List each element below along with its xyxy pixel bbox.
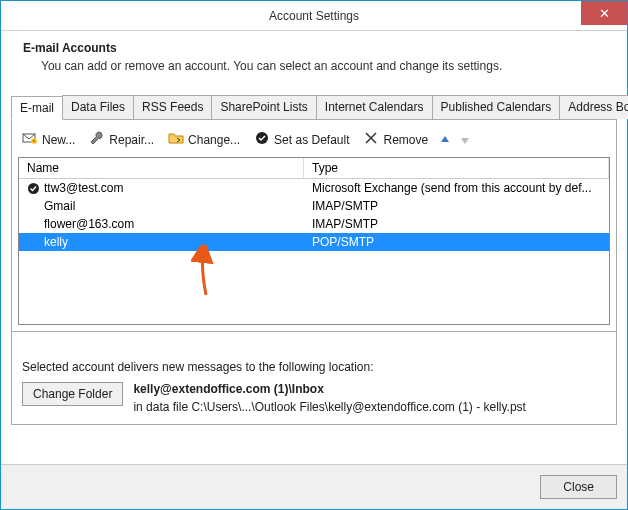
change-folder-button[interactable]: Change Folder bbox=[22, 382, 123, 406]
tab-email[interactable]: E-mail bbox=[11, 96, 63, 120]
delete-x-icon bbox=[363, 130, 379, 149]
tabstrip: E-mail Data Files RSS Feeds SharePoint L… bbox=[11, 95, 617, 120]
list-panel: Name Type ttw3@test.com Microsoft Exchan… bbox=[11, 157, 617, 332]
new-label: New... bbox=[42, 133, 75, 147]
tab-published-calendars[interactable]: Published Calendars bbox=[432, 95, 561, 119]
account-row[interactable]: flower@163.com IMAP/SMTP bbox=[19, 215, 609, 233]
default-check-icon bbox=[27, 182, 40, 195]
change-button[interactable]: Change... bbox=[164, 128, 244, 151]
account-name: kelly bbox=[44, 235, 68, 249]
account-row[interactable]: Gmail IMAP/SMTP bbox=[19, 197, 609, 215]
delivery-info: kelly@extendoffice.com (1)\Inbox in data… bbox=[133, 382, 526, 414]
account-settings-window: Account Settings ✕ E-mail Accounts You c… bbox=[0, 0, 628, 510]
delivery-location: kelly@extendoffice.com (1)\Inbox bbox=[133, 382, 526, 396]
account-name: ttw3@test.com bbox=[44, 181, 124, 195]
set-default-button[interactable]: Set as Default bbox=[250, 128, 353, 151]
close-dialog-button[interactable]: Close bbox=[540, 475, 617, 499]
account-name: Gmail bbox=[44, 199, 75, 213]
tab-internet-calendars[interactable]: Internet Calendars bbox=[316, 95, 433, 119]
column-headers: Name Type bbox=[19, 158, 609, 179]
tab-sharepoint-lists[interactable]: SharePoint Lists bbox=[211, 95, 316, 119]
account-type: IMAP/SMTP bbox=[304, 199, 609, 213]
account-type: IMAP/SMTP bbox=[304, 217, 609, 231]
check-circle-icon bbox=[254, 130, 270, 149]
move-down-button[interactable] bbox=[458, 133, 472, 147]
account-row[interactable]: kelly POP/SMTP bbox=[19, 233, 609, 251]
close-icon: ✕ bbox=[599, 7, 610, 20]
delivery-intro: Selected account delivers new messages t… bbox=[22, 360, 606, 374]
col-type[interactable]: Type bbox=[304, 158, 609, 178]
window-title: Account Settings bbox=[1, 9, 627, 23]
header: E-mail Accounts You can add or remove an… bbox=[1, 31, 627, 87]
change-label: Change... bbox=[188, 133, 240, 147]
delivery-path: in data file C:\Users\...\Outlook Files\… bbox=[133, 400, 526, 414]
repair-button[interactable]: Repair... bbox=[85, 128, 158, 151]
account-name: flower@163.com bbox=[44, 217, 134, 231]
new-button[interactable]: New... bbox=[18, 128, 79, 151]
accounts-list: Name Type ttw3@test.com Microsoft Exchan… bbox=[18, 157, 610, 325]
toolbar: New... Repair... Change... Set as Defaul… bbox=[11, 120, 617, 157]
col-name[interactable]: Name bbox=[19, 158, 304, 178]
delivery-section: Selected account delivers new messages t… bbox=[11, 332, 617, 425]
remove-label: Remove bbox=[383, 133, 428, 147]
tab-address-books[interactable]: Address Books bbox=[559, 95, 628, 119]
header-subtitle: You can add or remove an account. You ca… bbox=[41, 59, 605, 73]
close-button[interactable]: ✕ bbox=[581, 1, 627, 25]
footer: Close bbox=[1, 464, 627, 509]
wrench-icon bbox=[89, 130, 105, 149]
header-title: E-mail Accounts bbox=[23, 41, 605, 55]
tab-rss-feeds[interactable]: RSS Feeds bbox=[133, 95, 212, 119]
tab-data-files[interactable]: Data Files bbox=[62, 95, 134, 119]
remove-button[interactable]: Remove bbox=[359, 128, 432, 151]
folder-change-icon bbox=[168, 130, 184, 149]
account-type: Microsoft Exchange (send from this accou… bbox=[304, 181, 609, 195]
titlebar: Account Settings ✕ bbox=[1, 1, 627, 31]
set-default-label: Set as Default bbox=[274, 133, 349, 147]
account-type: POP/SMTP bbox=[304, 235, 609, 249]
new-mail-icon bbox=[22, 130, 38, 149]
move-up-button[interactable] bbox=[438, 133, 452, 147]
repair-label: Repair... bbox=[109, 133, 154, 147]
body: E-mail Data Files RSS Feeds SharePoint L… bbox=[1, 87, 627, 464]
account-row[interactable]: ttw3@test.com Microsoft Exchange (send f… bbox=[19, 179, 609, 197]
